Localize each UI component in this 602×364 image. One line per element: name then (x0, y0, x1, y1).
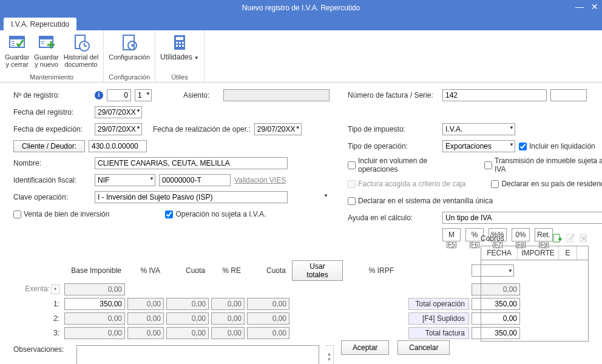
svg-rect-29 (567, 234, 573, 242)
svg-rect-23 (176, 45, 178, 47)
ribbon-group-configuracion: Configuración Configuración (104, 30, 155, 82)
ventanilla-unica-checkbox[interactable]: Declarar en el sistema de ventanilla úni… (348, 197, 493, 205)
utilities-button[interactable]: Utilidades ▼ (160, 33, 199, 61)
tabstrip: I.V.A. Repercutido (0, 16, 602, 30)
col-pctirpf: % IRPF (349, 266, 397, 275)
svg-point-17 (131, 44, 134, 47)
svg-rect-3 (12, 43, 15, 44)
minimize-button[interactable]: ― (575, 2, 584, 12)
idfiscal-label: Identificación fiscal: (13, 176, 91, 184)
svg-rect-19 (176, 37, 183, 40)
operacion-no-sujeta-checkbox[interactable]: Operación no sujeta a I.V.A. (165, 210, 266, 218)
delete-cobro-icon[interactable] (579, 234, 589, 243)
nombre-input[interactable] (95, 157, 288, 169)
col-pctiva: % IVA (127, 266, 164, 275)
document-history-button[interactable]: Historial del documento (64, 33, 98, 68)
col-e: E (559, 246, 577, 260)
tipo-operacion-select[interactable] (442, 140, 515, 152)
ribbon-group-mantenimiento: Guardar y cerrar Guardar y nuevo Histori… (0, 30, 104, 82)
idfiscal-type-select[interactable] (95, 174, 155, 186)
svg-rect-25 (182, 45, 184, 47)
form-area: Nº de registro: i ▼ Asiento: Fecha del r… (0, 83, 602, 258)
incluir-volumen-checkbox[interactable]: Incluir en volumen de operaciones (348, 157, 465, 174)
row1-pctiva (127, 298, 164, 310)
cancelar-button[interactable]: Cancelar (397, 340, 450, 355)
incluir-liquidacion-checkbox[interactable]: Incluir en liquidación (519, 142, 595, 150)
idfiscal-input[interactable] (159, 174, 231, 186)
save-new-button[interactable]: Guardar y nuevo (34, 33, 58, 68)
svg-rect-2 (12, 41, 15, 42)
validacion-vies-link[interactable]: Validación VIES (234, 176, 286, 184)
observaciones-row: Observaciones: ▲ ▼ (0, 342, 602, 364)
row1-cuota2 (247, 298, 289, 310)
close-button[interactable]: ✕ (591, 2, 598, 12)
fecha-expedicion-label: Fecha de expedición: (13, 125, 91, 133)
calculator-icon (170, 33, 189, 52)
cobros-panel: Cobros FECHA IMPORTE E (481, 234, 589, 342)
window-titlebar: Nuevo registro de I.V.A. Repercutido ― ✕ (0, 0, 602, 16)
tipo-impuesto-label: Tipo de impuesto: (348, 125, 439, 133)
add-cobro-icon[interactable] (552, 234, 562, 243)
pais-residencia-checkbox[interactable]: Declarar en su país de residencia (491, 180, 602, 188)
svg-rect-8 (41, 43, 44, 44)
row1-pctre (211, 298, 245, 310)
help-m-button[interactable]: M (442, 228, 461, 241)
fecha-operacion-label: Fecha de realización de oper.: (153, 125, 251, 133)
nregistro-input[interactable] (107, 89, 131, 101)
asiento-input (223, 89, 330, 101)
total-factura-label: Total factura (408, 327, 469, 339)
exenta-dropdown[interactable]: ▼ (51, 285, 59, 294)
cobros-title: Cobros (481, 234, 504, 243)
transmision-inmueble-checkbox[interactable]: Transmisión de inmueble sujeta a IVA (484, 157, 602, 174)
aceptar-button[interactable]: Aceptar (341, 340, 389, 355)
save-new-icon (37, 33, 56, 52)
tab-iva-repercutido[interactable]: I.V.A. Repercutido (4, 18, 76, 31)
ribbon: Guardar y cerrar Guardar y nuevo Histori… (0, 30, 602, 83)
svg-rect-6 (39, 36, 53, 39)
exenta-base (64, 283, 125, 295)
clave-operacion-select[interactable] (95, 191, 288, 203)
fecha-expedicion-input[interactable] (95, 123, 142, 135)
ayuda-calculo-label: Ayuda en el cálculo: (348, 214, 439, 222)
col-cuota: Cuota (166, 266, 209, 275)
row1-base[interactable] (64, 298, 125, 310)
chevron-down-icon: ▼ (194, 55, 199, 61)
edit-cobro-icon[interactable] (566, 234, 575, 243)
venta-bien-inversion-checkbox[interactable]: Venta de bien de inversión (13, 210, 109, 218)
obs-scroll-down[interactable]: ▼ (325, 357, 333, 362)
nregistro-sub-input[interactable] (135, 89, 152, 101)
ribbon-group-utiles: Utilidades ▼ Útiles (155, 30, 205, 82)
tipo-impuesto-select[interactable] (442, 123, 515, 135)
suplidos-label: [F4] Suplidos (408, 312, 469, 325)
numero-factura-label: Número de factura / Serie: (348, 91, 439, 99)
window-title: Nuevo registro de I.V.A. Repercutido (242, 4, 360, 12)
observaciones-input[interactable] (76, 345, 319, 364)
svg-rect-24 (179, 45, 181, 47)
svg-rect-21 (179, 42, 181, 44)
obs-scroll-up[interactable]: ▲ (325, 351, 333, 357)
ayuda-calculo-select[interactable] (442, 212, 602, 224)
criterio-caja-checkbox: Factura acogida a criterio de caja (348, 180, 465, 188)
fecha-registro-input[interactable] (95, 106, 142, 118)
cobros-table: FECHA IMPORTE E (481, 246, 589, 342)
asiento-label: Asiento: (183, 91, 220, 99)
cliente-input[interactable] (89, 140, 147, 152)
total-operacion-label: Total operación (408, 298, 469, 310)
col-fecha: FECHA (481, 246, 518, 260)
row2-base (64, 312, 125, 325)
info-icon[interactable]: i (95, 91, 103, 99)
configuration-button[interactable]: Configuración (109, 33, 150, 61)
numero-factura-input[interactable] (442, 89, 547, 101)
col-cuota2: Cuota (247, 266, 289, 275)
document-history-icon (71, 33, 90, 52)
save-close-button[interactable]: Guardar y cerrar (5, 33, 29, 68)
svg-rect-26 (553, 234, 560, 242)
cliente-deudor-button[interactable]: Cliente / Deudor: (13, 140, 85, 152)
col-importe: IMPORTE (518, 246, 559, 260)
fecha-operacion-input[interactable] (254, 123, 302, 135)
serie-input[interactable] (550, 89, 587, 101)
usar-totales-button[interactable]: Usar totales (292, 260, 343, 281)
svg-rect-20 (176, 42, 178, 44)
gear-icon (120, 33, 139, 52)
col-pctre: % RE (211, 266, 245, 275)
